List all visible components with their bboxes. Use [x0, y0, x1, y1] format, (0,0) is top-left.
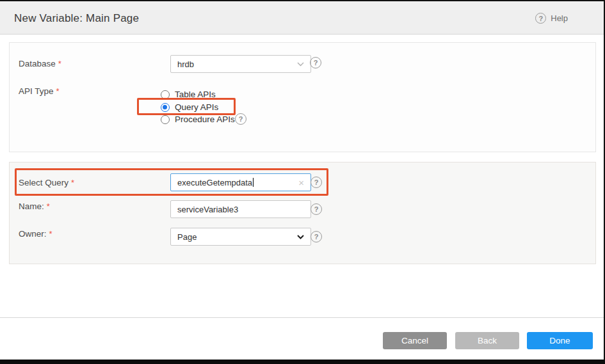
select-query-input[interactable]: executeGetempdata ×	[170, 173, 311, 191]
api-type-help-icon[interactable]: ?	[235, 113, 246, 125]
select-query-help-icon[interactable]: ?	[311, 177, 322, 188]
api-type-label: API Type*	[19, 86, 60, 96]
name-input[interactable]	[170, 200, 311, 218]
dialog-header: New Variable: Main Page ? Help	[0, 1, 605, 35]
required-asterisk: *	[56, 86, 60, 96]
owner-label: Owner:*	[19, 229, 52, 239]
radio-procedure-apis[interactable]: Procedure APIs	[161, 115, 235, 124]
radio-selected-icon	[161, 103, 170, 112]
screenshot-top-edge	[0, 0, 605, 1]
database-label: Database*	[19, 59, 61, 68]
screenshot-bottom-edge	[0, 360, 605, 364]
clear-icon[interactable]: ×	[298, 178, 304, 187]
radio-procedure-apis-label: Procedure APIs	[175, 115, 235, 124]
done-button[interactable]: Done	[527, 332, 593, 349]
chevron-down-icon	[297, 62, 304, 67]
radio-table-apis-label: Table APIs	[175, 90, 216, 99]
required-asterisk: *	[71, 178, 74, 187]
text-cursor	[253, 178, 254, 187]
owner-value: Page	[177, 232, 197, 242]
new-variable-dialog: New Variable: Main Page ? Help Database*…	[0, 0, 605, 364]
select-query-value: executeGetempdata	[177, 178, 252, 187]
required-asterisk: *	[49, 229, 52, 239]
radio-table-apis[interactable]: Table APIs	[161, 90, 216, 99]
help-label: Help	[551, 13, 568, 23]
database-dropdown[interactable]: hrdb	[170, 55, 311, 73]
radio-unselected-icon	[161, 115, 170, 124]
select-query-label: Select Query*	[19, 178, 74, 187]
footer-divider	[0, 317, 605, 318]
required-asterisk: *	[58, 59, 61, 68]
required-asterisk: *	[47, 202, 50, 211]
radio-query-apis[interactable]: Query APIs	[161, 102, 218, 112]
help-link[interactable]: ? Help	[535, 13, 568, 24]
database-help-icon[interactable]: ?	[310, 57, 321, 68]
api-config-section: Database* hrdb ? API Type* Table APIs Qu…	[9, 42, 596, 152]
help-icon: ?	[535, 13, 546, 24]
database-value: hrdb	[177, 59, 194, 69]
name-label: Name:*	[19, 202, 50, 211]
owner-help-icon[interactable]: ?	[311, 231, 322, 242]
owner-select[interactable]: Page	[170, 228, 311, 246]
cancel-button[interactable]: Cancel	[383, 332, 447, 349]
back-button[interactable]: Back	[455, 332, 519, 349]
radio-query-apis-label: Query APIs	[175, 102, 218, 112]
page-title: New Variable: Main Page	[14, 12, 139, 25]
chevron-down-icon	[297, 235, 304, 239]
name-help-icon[interactable]: ?	[311, 203, 322, 215]
variable-details-section: Select Query* executeGetempdata × ? Name…	[9, 162, 596, 264]
radio-unselected-icon	[161, 90, 170, 99]
